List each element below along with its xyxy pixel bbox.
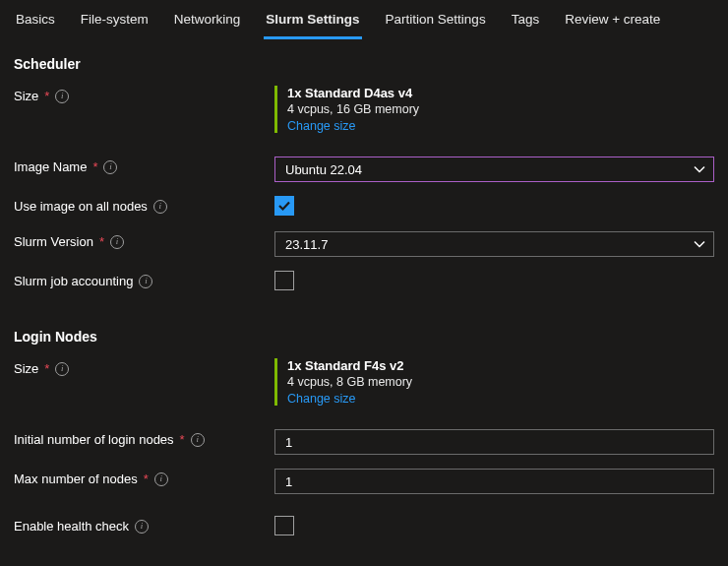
info-icon[interactable]: i: [55, 90, 69, 103]
max-nodes-input[interactable]: [274, 469, 714, 494]
login-size-sub: 4 vcpus, 8 GB memory: [287, 375, 412, 389]
required-indicator: *: [44, 361, 49, 376]
scheduler-size-block: 1x Standard D4as v4 4 vcpus, 16 GB memor…: [274, 86, 714, 133]
select-value: Ubuntu 22.04: [285, 162, 362, 177]
tab-partition-settings[interactable]: Partition Settings: [384, 6, 488, 39]
login-size-block: 1x Standard F4s v2 4 vcpus, 8 GB memory …: [274, 358, 714, 406]
tab-filesystem[interactable]: File-system: [79, 6, 151, 39]
info-icon[interactable]: i: [110, 235, 124, 249]
required-indicator: *: [180, 432, 185, 447]
slurm-version-select[interactable]: 23.11.7: [274, 231, 714, 257]
info-icon[interactable]: i: [135, 520, 149, 534]
image-name-select[interactable]: Ubuntu 22.04: [274, 157, 714, 182]
enable-health-check-label: Enable health check i: [14, 516, 274, 534]
info-icon[interactable]: i: [103, 160, 117, 174]
label-text: Initial number of login nodes: [14, 432, 174, 447]
slurm-job-accounting-label: Slurm job accounting i: [14, 271, 274, 288]
label-text: Size: [14, 89, 38, 103]
tab-basics[interactable]: Basics: [14, 6, 57, 39]
label-text: Size: [14, 361, 38, 376]
scheduler-size-label: Size * i: [14, 86, 274, 103]
chevron-down-icon: [694, 238, 705, 250]
info-icon[interactable]: i: [153, 200, 167, 214]
required-indicator: *: [144, 472, 149, 486]
form-content: Scheduler Size * i 1x Standard D4as v4 4…: [0, 40, 728, 562]
required-indicator: *: [99, 234, 104, 249]
label-text: Enable health check: [14, 519, 129, 534]
check-icon: [277, 199, 291, 213]
tab-bar: Basics File-system Networking Slurm Sett…: [0, 0, 728, 40]
size-accent-bar: [274, 358, 277, 406]
label-text: Slurm job accounting: [14, 274, 133, 288]
max-nodes-label: Max number of nodes * i: [14, 469, 274, 486]
tab-review-create[interactable]: Review + create: [563, 6, 662, 39]
section-login-nodes-title: Login Nodes: [14, 329, 714, 345]
tab-slurm-settings[interactable]: Slurm Settings: [264, 6, 361, 39]
initial-login-nodes-input[interactable]: [274, 429, 714, 455]
use-image-all-nodes-checkbox[interactable]: [274, 196, 294, 216]
scheduler-size-title: 1x Standard D4as v4: [287, 86, 419, 100]
login-size-title: 1x Standard F4s v2: [287, 358, 412, 373]
select-value: 23.11.7: [285, 237, 328, 252]
slurm-version-label: Slurm Version * i: [14, 231, 274, 249]
image-name-label: Image Name * i: [14, 157, 274, 174]
size-accent-bar: [274, 86, 277, 133]
tab-networking[interactable]: Networking: [172, 6, 243, 39]
enable-health-check-checkbox[interactable]: [274, 516, 294, 535]
label-text: Max number of nodes: [14, 472, 138, 486]
label-text: Image Name: [14, 159, 87, 174]
login-size-label: Size * i: [14, 358, 274, 376]
tab-tags[interactable]: Tags: [510, 6, 542, 39]
label-text: Use image on all nodes: [14, 199, 148, 214]
chevron-down-icon: [694, 163, 705, 175]
login-change-size-link[interactable]: Change size: [287, 392, 412, 406]
scheduler-size-sub: 4 vcpus, 16 GB memory: [287, 102, 419, 116]
info-icon[interactable]: i: [191, 433, 205, 447]
required-indicator: *: [92, 159, 97, 174]
label-text: Slurm Version: [14, 234, 93, 249]
info-icon[interactable]: i: [55, 362, 69, 376]
required-indicator: *: [44, 89, 49, 103]
slurm-job-accounting-checkbox[interactable]: [274, 271, 294, 290]
use-image-all-nodes-label: Use image on all nodes i: [14, 196, 274, 214]
info-icon[interactable]: i: [139, 275, 152, 288]
info-icon[interactable]: i: [154, 472, 168, 486]
scheduler-change-size-link[interactable]: Change size: [287, 119, 419, 133]
initial-login-nodes-label: Initial number of login nodes * i: [14, 429, 274, 447]
section-scheduler-title: Scheduler: [14, 56, 714, 72]
